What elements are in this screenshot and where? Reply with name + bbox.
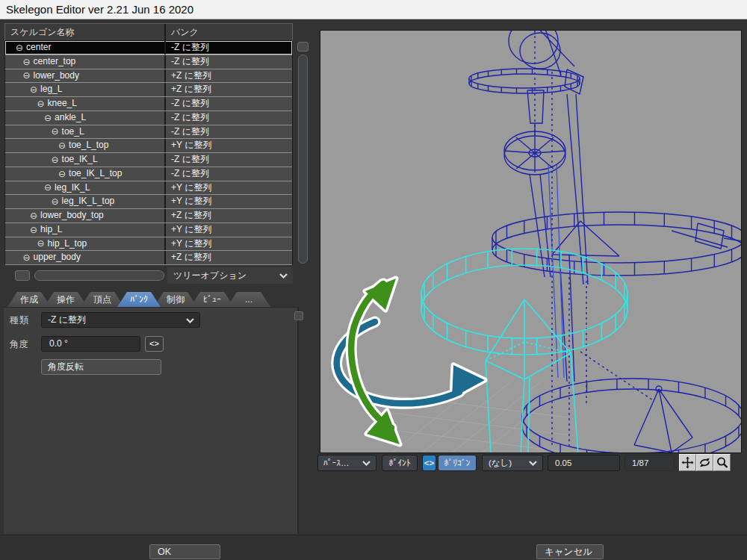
tree-row[interactable]: ⊖ leg_IK_L +Y に整列 (5, 181, 292, 196)
tree-row-name-cell[interactable]: ⊖ hip_L (5, 223, 166, 237)
polygons-button[interactable]: ﾎﾟﾘｺﾞﾝ (438, 455, 477, 471)
angle-flip-button[interactable]: 角度反転 (41, 359, 161, 375)
collapse-minus-icon[interactable]: ⊖ (23, 253, 31, 262)
tab-bank[interactable]: ﾊﾞﾝｸ (117, 292, 161, 307)
collapse-minus-icon[interactable]: ⊖ (52, 127, 59, 136)
ok-button[interactable]: OK (149, 544, 220, 559)
frame-counter[interactable]: 1/87 (624, 455, 675, 471)
tree-row-name-cell[interactable]: ⊖ leg_L (5, 83, 166, 96)
collapse-minus-icon[interactable]: ⊖ (37, 239, 45, 248)
tree-row[interactable]: ⊖ hip_L +Y に整列 (5, 223, 292, 237)
bank-value[interactable]: +Y に整列 (166, 223, 292, 237)
tab-create[interactable]: 作成 (7, 292, 51, 307)
vscroll-knob[interactable] (297, 42, 309, 52)
display-mini-slider[interactable]: <> (422, 455, 436, 471)
cancel-button[interactable]: キャンセル (536, 544, 604, 559)
grid-size-field[interactable]: 0.05 (548, 455, 620, 471)
tree-row-name-cell[interactable]: ⊖ upper_body (5, 251, 166, 264)
angle-field[interactable]: 0.0 ° (41, 336, 140, 352)
tab-operate[interactable]: 操作 (44, 292, 87, 307)
skelegon-name: lower_body_top (40, 209, 104, 223)
tree-row-name-cell[interactable]: ⊖ leg_IK_L_top (5, 195, 166, 208)
angle-mini-slider[interactable]: <> (145, 336, 164, 352)
tree-row-name-cell[interactable]: ⊖ center_top (5, 55, 166, 69)
vscroll-thumb[interactable] (298, 55, 308, 264)
bank-value[interactable]: +Z に整列 (166, 251, 292, 264)
collapse-minus-icon[interactable]: ⊖ (16, 43, 23, 52)
tree-row-name-cell[interactable]: ⊖ hip_L_top (5, 237, 166, 251)
tree-row[interactable]: ⊖ toe_L -Z に整列 (5, 125, 292, 140)
collapse-minus-icon[interactable]: ⊖ (23, 71, 31, 80)
hscroll-bar[interactable] (34, 270, 164, 281)
collapse-minus-icon[interactable]: ⊖ (52, 197, 59, 206)
tree-row-name-cell[interactable]: ⊖ leg_IK_L (5, 181, 166, 195)
zoom-tool-button[interactable] (713, 454, 731, 471)
skelegon-name: toe_L (62, 125, 84, 139)
bank-value[interactable]: -Z に整列 (166, 125, 292, 139)
skelegon-name: leg_L (40, 83, 62, 96)
collapse-minus-icon[interactable]: ⊖ (30, 211, 37, 220)
bank-value[interactable]: -Z に整列 (166, 97, 292, 111)
tree-row[interactable]: ⊖ center -Z に整列 (5, 41, 292, 55)
tree-row-name-cell[interactable]: ⊖ lower_body_top (5, 209, 166, 223)
tree-row-name-cell[interactable]: ⊖ toe_L_top (5, 139, 166, 152)
selection-mode-value: (なし) (489, 458, 512, 467)
panel-scroll-knob[interactable] (294, 311, 303, 320)
rotate-tool-button[interactable] (696, 454, 713, 471)
tree-row-name-cell[interactable]: ⊖ ankle_L (5, 111, 166, 125)
tree-options-dropdown[interactable]: ツリーオプション (167, 267, 293, 284)
tree-row[interactable]: ⊖ leg_L +Z に整列 (5, 83, 292, 97)
bank-value[interactable]: +Y に整列 (166, 181, 292, 195)
hscroll-knob[interactable] (15, 270, 30, 281)
tree-row[interactable]: ⊖ leg_IK_L_top +Y に整列 (5, 195, 292, 209)
tree-row-name-cell[interactable]: ⊖ toe_L (5, 125, 166, 139)
collapse-minus-icon[interactable]: ⊖ (30, 225, 37, 234)
tree-row[interactable]: ⊖ toe_L_top +Y に整列 (5, 139, 292, 153)
collapse-minus-icon[interactable]: ⊖ (52, 155, 59, 164)
collapse-minus-icon[interactable]: ⊖ (58, 169, 66, 178)
collapse-minus-icon[interactable]: ⊖ (58, 141, 66, 150)
tree-row-name-cell[interactable]: ⊖ toe_IK_L (5, 153, 166, 167)
tree-row[interactable]: ⊖ toe_IK_L_top -Z に整列 (5, 167, 292, 181)
bank-value[interactable]: -Z に整列 (166, 111, 292, 125)
tab-more[interactable]: ... (227, 292, 270, 307)
bank-value[interactable]: +Z に整列 (166, 83, 292, 96)
bank-value[interactable]: +Y に整列 (166, 139, 292, 152)
tree-row[interactable]: ⊖ lower_body +Z に整列 (5, 69, 292, 84)
collapse-minus-icon[interactable]: ⊖ (23, 57, 31, 66)
bank-value[interactable]: -Z に整列 (166, 167, 292, 181)
tab-vertex[interactable]: 頂点 (81, 292, 124, 307)
bank-value[interactable]: +Y に整列 (166, 195, 292, 208)
chevron-down-icon (529, 461, 537, 466)
bank-value[interactable]: -Z に整列 (166, 41, 292, 55)
bank-value[interactable]: +Z に整列 (166, 69, 292, 83)
collapse-minus-icon[interactable]: ⊖ (30, 85, 37, 94)
tree-row-name-cell[interactable]: ⊖ toe_IK_L_top (5, 167, 166, 181)
tree-row-name-cell[interactable]: ⊖ center (5, 41, 166, 55)
collapse-minus-icon[interactable]: ⊖ (37, 99, 45, 108)
tree-row-name-cell[interactable]: ⊖ knee_L (5, 97, 166, 111)
tab-control[interactable]: 制御 (154, 292, 197, 307)
skelegon-name: knee_L (48, 97, 77, 111)
bank-value[interactable]: -Z に整列 (166, 153, 292, 167)
bank-value[interactable]: +Y に整列 (166, 237, 292, 251)
pan-tool-button[interactable] (679, 454, 696, 471)
tree-row[interactable]: ⊖ lower_body_top +Z に整列 (5, 209, 292, 223)
tree-row[interactable]: ⊖ toe_IK_L -Z に整列 (5, 153, 292, 167)
collapse-minus-icon[interactable]: ⊖ (44, 113, 52, 122)
bank-value[interactable]: +Z に整列 (166, 209, 292, 223)
collapse-minus-icon[interactable]: ⊖ (44, 183, 52, 192)
type-dropdown[interactable]: -Z に整列 (41, 312, 200, 328)
tree-row[interactable]: ⊖ hip_L_top +Y に整列 (5, 237, 292, 252)
tree-row[interactable]: ⊖ ankle_L -Z に整列 (5, 111, 292, 125)
tree-row-name-cell[interactable]: ⊖ lower_body (5, 69, 166, 83)
tree-row[interactable]: ⊖ upper_body +Z に整列 (5, 251, 292, 265)
selection-mode-dropdown[interactable]: (なし) (482, 455, 543, 471)
tab-view[interactable]: ﾋﾞｭｰ (190, 292, 234, 307)
view-mode-dropdown[interactable]: ﾊﾟｰｽ… (317, 455, 376, 471)
points-button[interactable]: ﾎﾟｲﾝﾄ (382, 455, 418, 471)
tree-row[interactable]: ⊖ center_top -Z に整列 (5, 55, 292, 69)
bank-value[interactable]: -Z に整列 (166, 55, 292, 69)
tree-row[interactable]: ⊖ knee_L -Z に整列 (5, 97, 292, 111)
viewport-canvas[interactable] (320, 30, 742, 453)
